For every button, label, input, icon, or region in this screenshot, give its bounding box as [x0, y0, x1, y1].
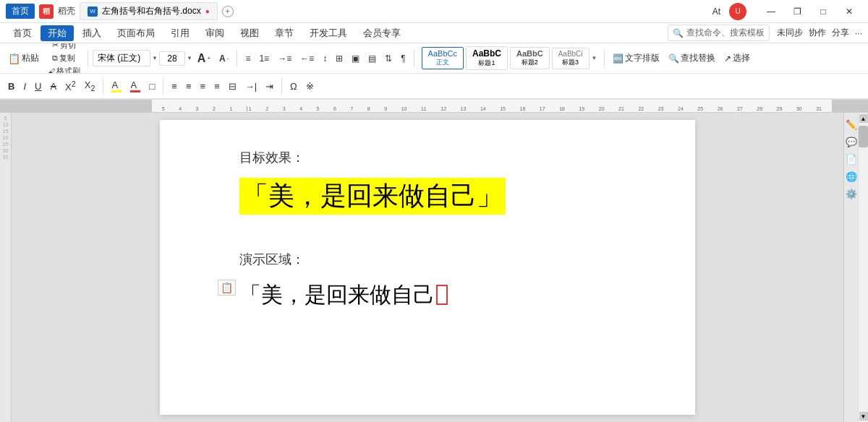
- text-layout-button[interactable]: 🔤 文字排版: [609, 50, 663, 66]
- justify2-button[interactable]: ⊟: [225, 79, 240, 93]
- indent-button[interactable]: →≡: [274, 51, 295, 66]
- line-spacing-button[interactable]: ↕: [319, 51, 331, 66]
- menu-section[interactable]: 章节: [268, 25, 301, 41]
- menu-home[interactable]: 首页: [6, 25, 39, 41]
- tab-button[interactable]: ⇥: [262, 79, 277, 93]
- shading-button[interactable]: ▤: [365, 51, 380, 66]
- highlight-button[interactable]: A: [108, 78, 125, 94]
- menu-review[interactable]: 审阅: [198, 25, 231, 41]
- restore-button[interactable]: ❐: [784, 1, 810, 22]
- find-replace-button[interactable]: 🔍 查找替换: [665, 50, 719, 66]
- search-bar[interactable]: 🔍 查找命令、搜索模板: [668, 25, 770, 41]
- paste-button[interactable]: 📋 粘贴: [4, 50, 43, 66]
- add-tab-button[interactable]: +: [222, 6, 234, 17]
- sidebar-nav-icon[interactable]: 📄: [846, 153, 857, 165]
- style-heading2[interactable]: AaBbC 标题2: [510, 47, 550, 69]
- ruler-mark: 27: [737, 106, 743, 111]
- style-gallery: AaBbCc 正文 AaBbC 标题1 AaBbC 标题2 AaBbCi 标题3…: [422, 46, 597, 70]
- format-painter-button[interactable]: 🖌 格式刷: [44, 65, 83, 74]
- target-label: 目标效果：: [239, 149, 616, 166]
- special-button[interactable]: ※: [302, 79, 318, 93]
- increase-font-icon: A: [197, 52, 206, 65]
- home-button[interactable]: 首页: [6, 4, 35, 19]
- superscript-button[interactable]: X2: [61, 78, 80, 94]
- char-border-button[interactable]: □: [145, 79, 158, 93]
- font-color-button[interactable]: A: [127, 78, 144, 94]
- cut-button[interactable]: ✂ 剪切: [44, 43, 83, 51]
- scrollbar-down-button[interactable]: ▼: [859, 412, 868, 421]
- copy-button[interactable]: ⧉ 复制: [44, 52, 83, 64]
- menu-insert[interactable]: 插入: [75, 25, 109, 41]
- strikethrough-button[interactable]: A: [46, 79, 60, 93]
- numberedlist-button[interactable]: 1≡: [255, 51, 273, 66]
- menu-reference[interactable]: 引用: [163, 25, 197, 41]
- minimize-button[interactable]: —: [758, 1, 784, 22]
- ruler-mark: 5: [162, 106, 165, 111]
- align-left-button[interactable]: ≡: [168, 79, 181, 93]
- ruler-left: [0, 100, 152, 112]
- align-center-button[interactable]: ≡: [182, 79, 195, 93]
- menu-page-layout[interactable]: 页面布局: [110, 25, 162, 41]
- line-spacing-icon: ↕: [323, 53, 327, 64]
- maximize-button[interactable]: □: [810, 1, 836, 22]
- demo-text[interactable]: 「美，是回来做自己: [239, 280, 448, 310]
- vertical-scrollbar[interactable]: ▲ ▼: [858, 113, 868, 422]
- menu-member[interactable]: 会员专享: [356, 25, 408, 41]
- sidebar-globe-icon[interactable]: 🌐: [846, 171, 857, 182]
- scrollbar-up-button[interactable]: ▲: [859, 114, 868, 123]
- pilcrow-button[interactable]: ¶: [397, 51, 409, 66]
- separator1: [88, 50, 88, 67]
- sidebar-edit-icon[interactable]: ✏️: [846, 119, 857, 130]
- list-button[interactable]: ≡: [242, 51, 254, 66]
- ruler-mark: 11: [421, 106, 427, 111]
- select-button[interactable]: ↗ 选择: [720, 50, 754, 66]
- bold-button[interactable]: B: [4, 79, 18, 93]
- align-right-button[interactable]: ≡: [197, 79, 210, 93]
- highlight-icon: A: [111, 79, 118, 90]
- border-button[interactable]: ▣: [348, 51, 363, 66]
- style-heading3[interactable]: AaBbCi 标题3: [552, 48, 590, 69]
- menu-devtools[interactable]: 开发工具: [302, 25, 354, 41]
- scrollbar-thumb[interactable]: [859, 126, 868, 147]
- at-button[interactable]: At: [710, 7, 723, 17]
- ruler-mark: 16: [520, 106, 526, 111]
- underline-button[interactable]: U: [31, 79, 45, 93]
- user-avatar[interactable]: U: [729, 3, 746, 20]
- outdent-button[interactable]: ←≡: [297, 51, 318, 66]
- sort-button[interactable]: ⇅: [381, 51, 396, 66]
- columns-button[interactable]: ⊞: [332, 51, 346, 66]
- decrease-font-button[interactable]: A -: [216, 51, 232, 66]
- numberedlist-icon: 1≡: [259, 53, 269, 64]
- close-button[interactable]: ✕: [836, 1, 862, 22]
- indent2-button[interactable]: →|: [242, 79, 260, 93]
- pilcrow-icon: ¶: [401, 53, 405, 64]
- menu-start[interactable]: 开始: [41, 25, 74, 41]
- ruler-mark: 19: [579, 106, 584, 111]
- subscript-button[interactable]: X2: [81, 78, 99, 94]
- font-name-selector[interactable]: 宋体 (正文): [93, 50, 150, 66]
- more-menu-icon[interactable]: ···: [855, 28, 862, 38]
- ruler-mark: 10: [401, 106, 407, 111]
- menu-view[interactable]: 视图: [233, 25, 266, 41]
- share-button[interactable]: 分享: [832, 27, 849, 39]
- collaborate-button[interactable]: 协作: [809, 27, 826, 39]
- symbol-button[interactable]: Ω: [286, 79, 301, 93]
- italic-button[interactable]: I: [20, 79, 30, 93]
- window-controls: — ❐ □ ✕: [758, 1, 862, 22]
- sidebar-chat-icon[interactable]: 💬: [846, 136, 857, 147]
- increase-font-button[interactable]: A +: [194, 50, 214, 67]
- styles-arrow[interactable]: ▼: [592, 55, 597, 61]
- sync-button[interactable]: 未同步: [777, 27, 803, 39]
- copy-label: 复制: [59, 53, 75, 64]
- justify-button[interactable]: ≡: [210, 79, 224, 93]
- document-tab[interactable]: W 左角括号和右角括号.docx ●: [80, 2, 218, 20]
- font-size-input[interactable]: 28: [159, 51, 185, 66]
- style-normal[interactable]: AaBbCc 正文: [422, 47, 464, 69]
- ruler-mark: 3: [196, 106, 199, 111]
- style-heading1[interactable]: AaBbC 标题1: [466, 46, 508, 70]
- outdent-icon: ←≡: [300, 53, 314, 64]
- ruler-mark: 7: [350, 106, 353, 111]
- sidebar-tools-icon[interactable]: ⚙️: [846, 188, 857, 199]
- document-page[interactable]: 目标效果： 「美，是回来做自己」 演示区域： 📋 「美，是回来做自己: [160, 120, 695, 415]
- format-painter-icon: 🖌: [47, 67, 55, 74]
